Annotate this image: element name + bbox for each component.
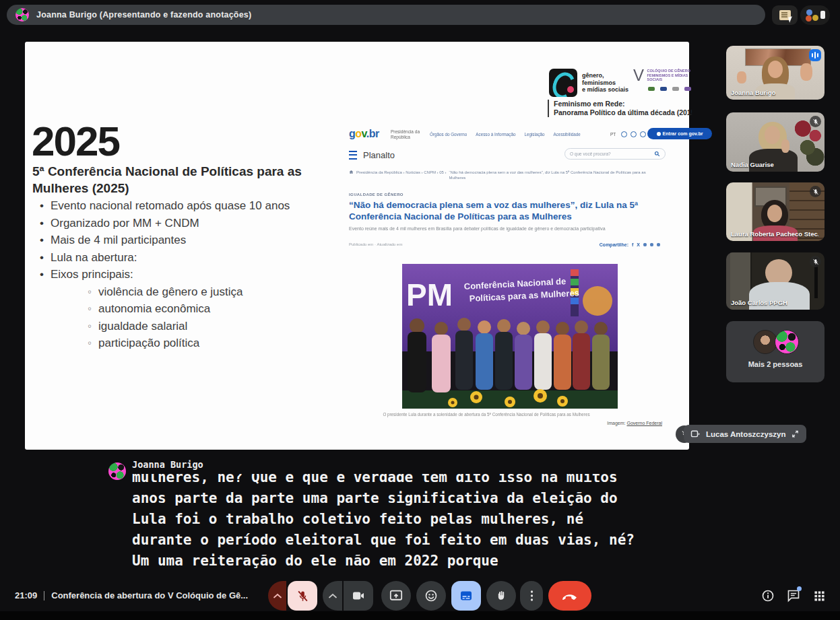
avatar xyxy=(753,330,777,354)
govbr-login-button: Entrar com gov.br xyxy=(647,128,712,139)
notes-icon xyxy=(779,10,791,20)
bottom-bar: 21:09 Conferência de abertura do V Colóq… xyxy=(0,580,840,611)
bullet-item: Organizado por MM + CNDM xyxy=(32,215,356,232)
participant-name: Nadia Guarise xyxy=(731,161,774,168)
article-headline: “Não há democracia plena sem a voz das m… xyxy=(349,199,649,222)
participant-tile-joanna[interactable]: Joanna Burigo xyxy=(726,46,825,100)
participant-tile-laura[interactable]: Laura Roberta Pacheco Stec... xyxy=(726,182,825,241)
info-icon xyxy=(761,589,775,602)
meeting-title: Conferência de abertura do V Colóquio de… xyxy=(51,590,248,600)
live-captions: mulheres, né? Que é que é verdade tem di… xyxy=(132,467,725,572)
sub-bullet-item: violência de gênero e justiça xyxy=(32,283,356,301)
more-options-button[interactable] xyxy=(520,581,543,611)
bottom-strip xyxy=(0,611,840,620)
share-icon xyxy=(657,243,660,246)
home-icon xyxy=(349,170,354,174)
meeting-info: 21:09 Conferência de abertura do V Colóq… xyxy=(15,590,248,600)
participant-tile-nadia[interactable]: Nadia Guarise xyxy=(726,112,825,172)
govbr-header-icons xyxy=(621,131,646,137)
camera-icon xyxy=(352,590,365,601)
govbr-embed: gov.br Presidência da República Órgãos d… xyxy=(349,128,666,263)
captions-icon xyxy=(459,590,473,601)
participant-name: Laura Roberta Pacheco Stec... xyxy=(731,230,818,238)
facebook-icon: f xyxy=(632,242,633,247)
brand-logo-text: gênero, feminismos e mídias sociais xyxy=(582,72,628,94)
captions-toggle-button[interactable] xyxy=(451,581,481,611)
slide-bullets: Evento nacional retomado após quase 10 a… xyxy=(32,197,356,352)
camera-button[interactable] xyxy=(344,581,373,611)
mic-off-icon xyxy=(810,256,821,267)
notes-button[interactable] xyxy=(772,5,798,25)
sub-bullet-item: participação política xyxy=(32,335,356,352)
mic-off-icon xyxy=(810,186,821,197)
chat-icon xyxy=(787,589,800,602)
presenter-banner[interactable]: Joanna Burigo (Apresentando e fazendo an… xyxy=(7,5,765,25)
participant-name: João Carlos PPGH xyxy=(731,299,787,306)
bullet-item: Mais de 4 mil participantes xyxy=(32,232,356,249)
screen-share-icon xyxy=(690,430,701,438)
deck-title: Feminismo em Rede: Panorama Político da … xyxy=(548,100,692,117)
sub-bullet-item: igualdade salarial xyxy=(32,318,356,335)
photo-scene: PM Conferência Nacional de Políticas par… xyxy=(402,264,618,409)
hang-up-button[interactable] xyxy=(548,581,591,611)
presentation-name-bar: Lucas Antoszczyszyn xyxy=(676,425,806,443)
chevron-up-icon xyxy=(329,593,337,598)
grid-icon xyxy=(814,590,825,602)
camera-options-button[interactable] xyxy=(323,581,342,611)
more-participants-label: Mais 2 pessoas xyxy=(726,360,825,368)
participant-tile-joao[interactable]: João Carlos PPGH xyxy=(726,252,825,310)
govbr-language: PT xyxy=(610,132,616,137)
colloquium-logo: V COLÓQUIO DE GÊNERO FEMINISMOS E MÍDIAS… xyxy=(633,66,709,100)
info-button[interactable] xyxy=(760,588,776,604)
bullet-item: Evento nacional retomado após quase 10 a… xyxy=(32,197,356,215)
credit-link: Governo Federal xyxy=(626,421,662,425)
x-icon: X xyxy=(637,242,640,247)
caption-speaker-avatar xyxy=(108,462,126,480)
govbr-nav-link: Acessibilidade xyxy=(554,132,581,137)
mic-off-icon xyxy=(810,116,821,127)
share-icon xyxy=(650,243,653,246)
mute-button[interactable] xyxy=(288,581,317,611)
mic-options-button[interactable] xyxy=(268,581,286,611)
participant-name: Joanna Burigo xyxy=(731,89,776,96)
govbr-org: Presidência da República xyxy=(391,129,420,140)
presenter-name-pill: Lucas Antoszczyszyn xyxy=(684,425,806,443)
article-meta-row: Publicado em · Atualizado em Compartilhe… xyxy=(349,242,660,247)
present-button[interactable] xyxy=(381,581,411,611)
caption-line: durante o período eleitoral que foi feit… xyxy=(132,530,725,551)
expand-icon[interactable] xyxy=(791,429,800,438)
caption-line: anos parte da parte uma parte significat… xyxy=(132,488,725,509)
reactions-button[interactable] xyxy=(416,581,446,611)
presenter-avatar xyxy=(15,8,29,22)
participants-button[interactable] xyxy=(800,5,830,25)
slide-year: 2025 xyxy=(32,117,119,165)
article-dek: Evento reúne mais de 4 mil mulheres em B… xyxy=(349,226,645,231)
chat-notification-dot xyxy=(797,586,802,591)
more-participants-tile[interactable]: Mais 2 pessoas xyxy=(726,321,825,382)
present-screen-icon xyxy=(389,590,403,602)
clock: 21:09 xyxy=(15,590,37,600)
raise-hand-button[interactable] xyxy=(486,581,516,611)
sub-bullet-item: autonomia econômica xyxy=(32,300,356,318)
hamburger-icon xyxy=(349,151,357,160)
apps-grid-button[interactable] xyxy=(811,588,827,604)
speaking-indicator-icon xyxy=(809,49,821,61)
hand-icon xyxy=(495,590,507,602)
share-icon xyxy=(643,243,647,246)
search-placeholder: O que você procura? xyxy=(570,151,611,156)
caption-line: Lula foi o trabalho coletivo feito pelas… xyxy=(132,509,725,530)
govbr-breadcrumb: Presidência da República › Notícias › CN… xyxy=(349,170,660,180)
share-row: Compartilhe: f X xyxy=(600,242,660,247)
meet-window: Joanna Burigo (Apresentando e fazendo an… xyxy=(0,0,840,620)
govbr-search-box: O que você procura? xyxy=(564,148,666,160)
caption-line: mulheres, né? Que é que é verdade tem di… xyxy=(132,467,725,488)
conference-photo: PM Conferência Nacional de Políticas par… xyxy=(402,264,618,409)
bullet-item: Eixos principais: xyxy=(32,266,356,283)
slide-title: 5ª Conferência Nacional de Políticas par… xyxy=(32,163,349,197)
avatar xyxy=(775,330,799,354)
chat-button[interactable] xyxy=(785,588,802,604)
chevron-up-icon xyxy=(273,593,282,598)
govbr-nav-link: Acesso à Informação xyxy=(476,132,515,137)
govbr-nav-link: Órgãos do Governo xyxy=(430,132,467,137)
govbr-nav-link: Legislação xyxy=(524,132,544,137)
